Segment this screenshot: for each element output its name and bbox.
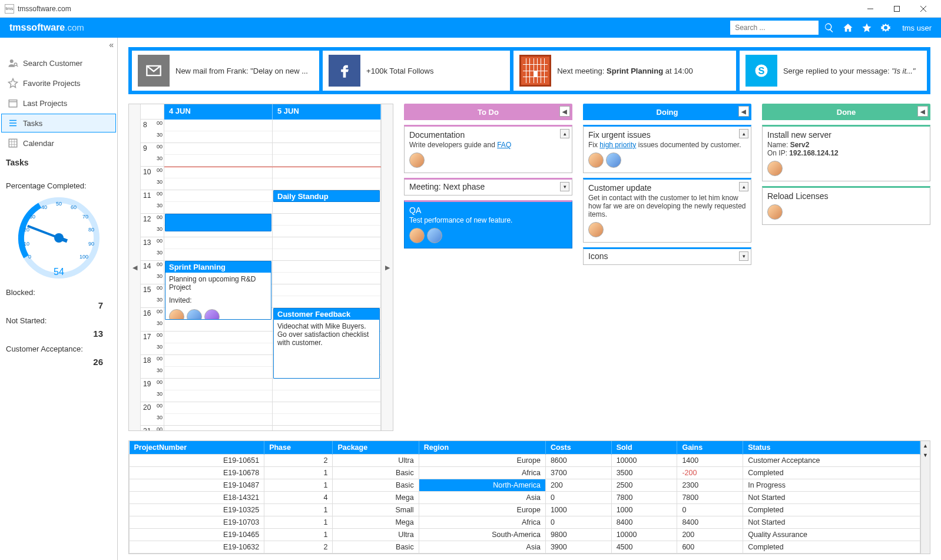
table-row[interactable]: E19-104651UltraSouth-America980010000200…: [130, 529, 920, 541]
chevron-left-icon[interactable]: ◀: [559, 106, 570, 117]
table-header[interactable]: Phase: [264, 441, 333, 455]
svg-text:30: 30: [29, 214, 35, 220]
table-cell: Asia: [419, 492, 545, 504]
table-header[interactable]: Gains: [677, 441, 743, 455]
tile-mail[interactable]: New mail from Frank: "Delay on new ...: [132, 51, 319, 91]
chevron-left-icon[interactable]: ◀: [738, 106, 749, 117]
calendar-day-header[interactable]: 5 JUN: [273, 104, 381, 120]
window-maximize-button[interactable]: [883, 0, 910, 18]
table-row[interactable]: E18-143214MegaAsia078007800Not Started: [130, 492, 920, 504]
card-title: Icons: [588, 251, 746, 261]
table-cell: E19-10678: [130, 467, 264, 479]
table-row[interactable]: E19-106322BasicAsia39004500600Completed: [130, 541, 920, 554]
star-icon[interactable]: [859, 19, 875, 36]
user-label[interactable]: tms user: [902, 24, 932, 32]
table-cell: 7800: [611, 492, 677, 504]
svg-point-18: [54, 233, 64, 243]
table-cell: 200: [545, 479, 611, 492]
svg-text:S: S: [758, 65, 764, 76]
kanban-card[interactable]: ▴Customer updateGet in contact with the …: [583, 178, 751, 243]
kanban-card[interactable]: ▾Meeting: Next phase: [404, 178, 572, 195]
sidebar-item-last-projects[interactable]: Last Projects: [1, 94, 116, 112]
sidebar-item-favorite-projects[interactable]: Favorite Projects: [1, 74, 116, 92]
window-close-button[interactable]: [910, 0, 936, 18]
tile-text-bold: Sprint Planning: [607, 67, 663, 75]
tile-facebook[interactable]: +100k Total Follows: [323, 51, 510, 91]
table-cell: 8400: [611, 516, 677, 529]
calendar-event[interactable]: [165, 214, 271, 231]
search-icon[interactable]: [821, 19, 837, 36]
table-cell: Not Started: [743, 492, 920, 504]
scroll-down-icon[interactable]: ▼: [921, 450, 930, 460]
sidebar-item-tasks[interactable]: Tasks: [1, 114, 116, 132]
sidebar-item-search-customer[interactable]: Search Customer: [1, 54, 116, 72]
chevron-up-icon[interactable]: ▴: [739, 182, 748, 191]
table-cell: 1000: [611, 504, 677, 516]
table-cell: Completed: [743, 467, 920, 479]
tile-text: at 14:00: [663, 67, 693, 75]
table-header[interactable]: Package: [333, 441, 419, 455]
kanban-card[interactable]: ▾Icons: [583, 247, 751, 265]
calendar-day-header[interactable]: 4 JUN: [164, 104, 273, 120]
table-cell: Mega: [333, 516, 419, 529]
app-logo: tmssoftware.com: [9, 22, 84, 33]
kanban-col-title: To Do: [478, 108, 499, 117]
table-cell: 9800: [545, 529, 611, 541]
sidebar-item-calendar[interactable]: Calendar: [1, 134, 116, 153]
calendar-event[interactable]: Daily Standup: [273, 190, 380, 202]
tile-next-meeting[interactable]: Next meeting: Sprint Planning at 14:00: [513, 51, 736, 91]
table-cell: 1: [264, 504, 333, 516]
metric-blocked-label: Blocked:: [6, 288, 111, 297]
table-cell: 10000: [611, 529, 677, 541]
card-title: Reload Licenses: [767, 191, 925, 201]
search-input[interactable]: [730, 21, 819, 35]
calendar-next-button[interactable]: ▶: [381, 104, 393, 430]
table-row[interactable]: E19-106512UltraEurope8600100001400Custom…: [130, 455, 920, 467]
table-cell: Africa: [419, 467, 545, 479]
gear-icon[interactable]: [877, 19, 894, 36]
completion-gauge: 0 10 20 30 40 50 60 70 80 90 100: [6, 190, 111, 282]
table-header[interactable]: Region: [419, 441, 545, 455]
table-row[interactable]: E19-104871BasicNorth-America20025002300I…: [130, 479, 920, 492]
table-row[interactable]: E19-106781BasicAfrica37003500-200Complet…: [130, 467, 920, 479]
tile-skype[interactable]: S Serge replied to your message: "Is it.…: [740, 51, 927, 91]
table-scrollbar[interactable]: ▲ ▼: [920, 441, 930, 554]
scroll-up-icon[interactable]: ▲: [921, 441, 930, 450]
kanban-card[interactable]: ▴Fix urgent issuesFix high priority issu…: [583, 125, 751, 173]
kanban-col-header[interactable]: Done◀: [762, 104, 930, 120]
window-titlebar: tms tmssoftware.com: [0, 0, 941, 18]
calendar-event[interactable]: Customer FeedbackVideochat with Mike Buy…: [273, 308, 380, 379]
chevron-left-icon[interactable]: ◀: [917, 106, 928, 117]
kanban-card[interactable]: Reload Licenses: [762, 186, 930, 225]
table-header[interactable]: Status: [743, 441, 920, 455]
kanban-col-header[interactable]: To Do◀: [404, 104, 572, 120]
table-cell: 2500: [611, 479, 677, 492]
metric-acceptance-value: 26: [6, 357, 111, 367]
table-row[interactable]: E19-103251SmallEurope100010000Completed: [130, 504, 920, 516]
avatar: [767, 161, 783, 176]
calendar-prev-button[interactable]: ◀: [129, 104, 141, 430]
table-header[interactable]: ProjectNumber: [130, 441, 264, 455]
table-header[interactable]: Costs: [545, 441, 611, 455]
table-cell: 200: [677, 529, 743, 541]
kanban-col-header[interactable]: Doing◀: [583, 104, 751, 120]
chevron-up-icon[interactable]: ▴: [739, 129, 748, 138]
table-cell: In Progress: [743, 479, 920, 492]
kanban-card[interactable]: ▴DocumentationWrite developers guide and…: [404, 125, 572, 173]
sidebar-item-label: Calendar: [23, 139, 54, 148]
sidebar-collapse-button[interactable]: «: [0, 39, 117, 53]
calendar-pane: ◀ 4 JUN 5 JUN 80030900301000301100301200…: [128, 104, 393, 431]
table-header[interactable]: Sold: [611, 441, 677, 455]
window-minimize-button[interactable]: [857, 0, 883, 18]
chevron-up-icon[interactable]: ▴: [560, 129, 569, 138]
kanban-card[interactable]: Install new serverName: Serv2On IP: 192.…: [762, 125, 930, 181]
chevron-down-icon[interactable]: ▾: [560, 182, 569, 191]
list-icon: [6, 118, 19, 128]
calendar-icon: [6, 98, 19, 108]
kanban-card[interactable]: QATest performance of new feature.: [404, 200, 572, 248]
calendar-event[interactable]: Sprint PlanningPlanning on upcoming R&D …: [165, 261, 271, 320]
avatar: [409, 153, 425, 168]
chevron-down-icon[interactable]: ▾: [739, 251, 748, 261]
table-row[interactable]: E19-107031MegaAfrica084008400Not Started: [130, 516, 920, 529]
home-icon[interactable]: [840, 19, 856, 36]
